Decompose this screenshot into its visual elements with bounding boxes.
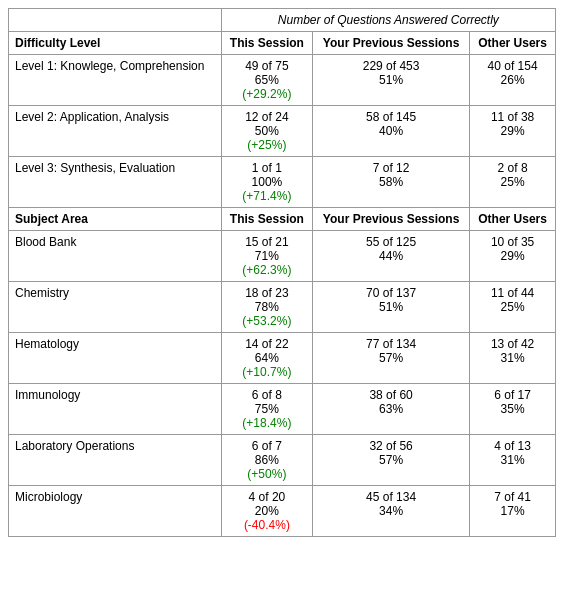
- subject-other-0: 10 of 35 29%: [470, 231, 556, 282]
- this-session-delta-1: (+25%): [247, 138, 286, 152]
- subject-other-fraction-0: 10 of 35: [491, 235, 534, 249]
- subject-this-pct-2: 64%: [255, 351, 279, 365]
- prev-sessions-col-header-1: Your Previous Sessions: [313, 32, 470, 55]
- subject-prev-fraction-0: 55 of 125: [366, 235, 416, 249]
- subject-this-delta-3: (+18.4%): [242, 416, 291, 430]
- subject-prev-5: 45 of 134 34%: [313, 486, 470, 537]
- subject-this-delta-0: (+62.3%): [242, 263, 291, 277]
- subject-other-1: 11 of 44 25%: [470, 282, 556, 333]
- subject-this-pct-0: 71%: [255, 249, 279, 263]
- subject-this-delta-1: (+53.2%): [242, 314, 291, 328]
- prev-session-cell-2: 7 of 12 58%: [313, 157, 470, 208]
- this-session-pct-1: 50%: [255, 124, 279, 138]
- this-session-cell-1: 12 of 24 50% (+25%): [221, 106, 312, 157]
- table-row: Level 1: Knowlege, Comprehension 49 of 7…: [9, 55, 556, 106]
- subject-label-1: Chemistry: [9, 282, 222, 333]
- subject-prev-pct-2: 57%: [379, 351, 403, 365]
- prev-pct-2: 58%: [379, 175, 403, 189]
- subject-prev-0: 55 of 125 44%: [313, 231, 470, 282]
- subject-other-pct-5: 17%: [501, 504, 525, 518]
- subject-this-session-0: 15 of 21 71% (+62.3%): [221, 231, 312, 282]
- subject-this-fraction-2: 14 of 22: [245, 337, 288, 351]
- subject-other-pct-2: 31%: [501, 351, 525, 365]
- subject-this-fraction-3: 6 of 8: [252, 388, 282, 402]
- difficulty-label-1: Level 2: Application, Analysis: [9, 106, 222, 157]
- other-users-col-header-1: Other Users: [470, 32, 556, 55]
- subject-this-delta-4: (+50%): [247, 467, 286, 481]
- subject-prev-2: 77 of 134 57%: [313, 333, 470, 384]
- subject-label-2: Hematology: [9, 333, 222, 384]
- this-session-delta-0: (+29.2%): [242, 87, 291, 101]
- subject-col-header: Subject Area: [9, 208, 222, 231]
- subject-prev-fraction-4: 32 of 56: [369, 439, 412, 453]
- subject-label-0: Blood Bank: [9, 231, 222, 282]
- subject-prev-4: 32 of 56 57%: [313, 435, 470, 486]
- subject-prev-1: 70 of 137 51%: [313, 282, 470, 333]
- table-row: Blood Bank 15 of 21 71% (+62.3%) 55 of 1…: [9, 231, 556, 282]
- subject-other-4: 4 of 13 31%: [470, 435, 556, 486]
- difficulty-label-0: Level 1: Knowlege, Comprehension: [9, 55, 222, 106]
- subject-other-pct-0: 29%: [501, 249, 525, 263]
- subject-other-fraction-3: 6 of 17: [494, 388, 531, 402]
- prev-fraction-1: 58 of 145: [366, 110, 416, 124]
- this-session-fraction-0: 49 of 75: [245, 59, 288, 73]
- subject-prev-3: 38 of 60 63%: [313, 384, 470, 435]
- other-users-col-header-2: Other Users: [470, 208, 556, 231]
- other-pct-1: 29%: [501, 124, 525, 138]
- subject-this-delta-2: (+10.7%): [242, 365, 291, 379]
- subject-this-pct-3: 75%: [255, 402, 279, 416]
- subject-this-delta-5: (-40.4%): [244, 518, 290, 532]
- other-fraction-0: 40 of 154: [488, 59, 538, 73]
- subject-prev-fraction-5: 45 of 134: [366, 490, 416, 504]
- subject-label-5: Microbiology: [9, 486, 222, 537]
- subject-this-session-4: 6 of 7 86% (+50%): [221, 435, 312, 486]
- difficulty-label-2: Level 3: Synthesis, Evaluation: [9, 157, 222, 208]
- prev-session-cell-0: 229 of 453 51%: [313, 55, 470, 106]
- prev-pct-0: 51%: [379, 73, 403, 87]
- other-cell-0: 40 of 154 26%: [470, 55, 556, 106]
- other-fraction-1: 11 of 38: [491, 110, 534, 124]
- prev-pct-1: 40%: [379, 124, 403, 138]
- subject-this-pct-4: 86%: [255, 453, 279, 467]
- other-cell-1: 11 of 38 29%: [470, 106, 556, 157]
- difficulty-col-header: Difficulty Level: [9, 32, 222, 55]
- table-row: Chemistry 18 of 23 78% (+53.2%) 70 of 13…: [9, 282, 556, 333]
- subject-label-3: Immunology: [9, 384, 222, 435]
- table-row: Laboratory Operations 6 of 7 86% (+50%) …: [9, 435, 556, 486]
- corner-cell: [9, 9, 222, 32]
- table-row: Level 3: Synthesis, Evaluation 1 of 1 10…: [9, 157, 556, 208]
- this-session-pct-2: 100%: [252, 175, 283, 189]
- subject-other-pct-1: 25%: [501, 300, 525, 314]
- subject-this-fraction-5: 4 of 20: [249, 490, 286, 504]
- subject-this-session-2: 14 of 22 64% (+10.7%): [221, 333, 312, 384]
- subject-other-fraction-2: 13 of 42: [491, 337, 534, 351]
- subject-prev-fraction-3: 38 of 60: [369, 388, 412, 402]
- subject-prev-fraction-2: 77 of 134: [366, 337, 416, 351]
- subject-other-fraction-5: 7 of 41: [494, 490, 531, 504]
- subject-other-3: 6 of 17 35%: [470, 384, 556, 435]
- subject-prev-pct-0: 44%: [379, 249, 403, 263]
- prev-sessions-col-header-2: Your Previous Sessions: [313, 208, 470, 231]
- this-session-delta-2: (+71.4%): [242, 189, 291, 203]
- other-pct-2: 25%: [501, 175, 525, 189]
- subject-prev-pct-5: 34%: [379, 504, 403, 518]
- subject-other-fraction-1: 11 of 44: [491, 286, 534, 300]
- subject-prev-fraction-1: 70 of 137: [366, 286, 416, 300]
- table-row: Level 2: Application, Analysis 12 of 24 …: [9, 106, 556, 157]
- subject-this-fraction-4: 6 of 7: [252, 439, 282, 453]
- subject-prev-pct-4: 57%: [379, 453, 403, 467]
- subject-this-session-3: 6 of 8 75% (+18.4%): [221, 384, 312, 435]
- subject-this-fraction-0: 15 of 21: [245, 235, 288, 249]
- subject-other-fraction-4: 4 of 13: [494, 439, 531, 453]
- this-session-cell-2: 1 of 1 100% (+71.4%): [221, 157, 312, 208]
- this-session-cell-0: 49 of 75 65% (+29.2%): [221, 55, 312, 106]
- other-cell-2: 2 of 8 25%: [470, 157, 556, 208]
- subject-label-4: Laboratory Operations: [9, 435, 222, 486]
- subject-other-pct-4: 31%: [501, 453, 525, 467]
- performance-table: Number of Questions Answered Correctly D…: [8, 8, 556, 537]
- this-session-fraction-1: 12 of 24: [245, 110, 288, 124]
- subject-this-pct-1: 78%: [255, 300, 279, 314]
- subject-other-pct-3: 35%: [501, 402, 525, 416]
- other-pct-0: 26%: [501, 73, 525, 87]
- other-fraction-2: 2 of 8: [498, 161, 528, 175]
